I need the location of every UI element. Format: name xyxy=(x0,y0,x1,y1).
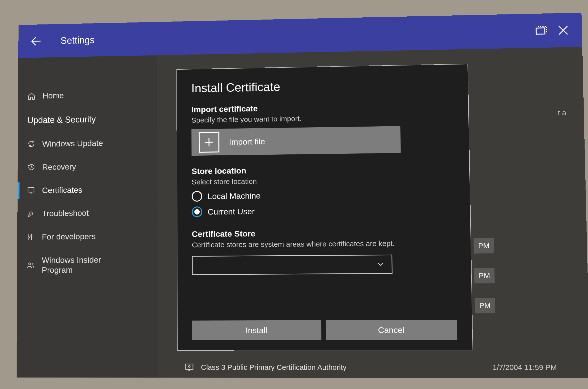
radio-label: Current User xyxy=(208,206,255,217)
close-icon xyxy=(556,23,570,37)
radio-icon xyxy=(192,191,202,202)
certificate-icon xyxy=(27,186,35,194)
plus-box xyxy=(199,132,220,153)
sidebar-item-label: Recovery xyxy=(42,162,76,172)
people-icon xyxy=(27,261,35,269)
background-timestamp-pm: PM xyxy=(474,238,494,254)
svg-point-5 xyxy=(188,366,190,367)
sidebar-item-for-developers[interactable]: For developers xyxy=(17,224,158,249)
window: Settings Home Update & Security Windows … xyxy=(17,13,588,386)
cert-row-name: Class 3 Public Primary Certification Aut… xyxy=(201,363,347,372)
import-section-subtitle: Specify the file you want to import. xyxy=(191,112,453,124)
sidebar-item-windows-update[interactable]: Windows Update xyxy=(18,131,157,156)
chevron-down-icon xyxy=(376,260,385,268)
home-icon xyxy=(28,92,36,100)
dialog-button-row: Install Cancel xyxy=(192,320,457,340)
cancel-button[interactable]: Cancel xyxy=(326,320,457,340)
window-mode-button[interactable] xyxy=(529,20,552,42)
radio-label: Local Machine xyxy=(207,191,260,201)
store-location-subtitle: Select store location xyxy=(192,175,455,186)
import-section-title: Import certificate xyxy=(191,101,453,114)
background-timestamp-pm: PM xyxy=(474,268,495,284)
sidebar-item-label: Windows Update xyxy=(42,138,103,149)
sidebar-item-windows-insider[interactable]: Windows Insider Program xyxy=(17,248,158,282)
svg-point-3 xyxy=(28,263,30,265)
window-title: Settings xyxy=(60,34,94,46)
sync-icon xyxy=(27,140,35,148)
install-button[interactable]: Install xyxy=(192,320,321,340)
install-certificate-dialog: Install Certificate Import certificate S… xyxy=(176,64,473,351)
radio-local-machine[interactable]: Local Machine xyxy=(192,188,455,202)
radio-icon xyxy=(192,206,202,217)
dialog-title: Install Certificate xyxy=(191,77,453,95)
cert-store-subtitle: Certificate stores are system areas wher… xyxy=(192,239,456,249)
background-text-fragment: t a xyxy=(558,108,566,117)
sidebar-item-home[interactable]: Home xyxy=(18,84,157,106)
sidebar-section-title: Update & Security xyxy=(18,104,157,133)
import-file-label: Import file xyxy=(229,137,265,147)
wrench-icon xyxy=(27,209,35,218)
back-button[interactable] xyxy=(25,30,47,52)
tools-icon xyxy=(27,233,35,241)
window-icon xyxy=(533,24,547,37)
cert-row-date: 1/7/2004 11:59 PM xyxy=(493,363,580,372)
sidebar-item-certificates[interactable]: Certificates xyxy=(18,177,158,202)
cert-store-dropdown[interactable] xyxy=(192,255,392,275)
main-panel: t a PM PM PM Install Certificate Import … xyxy=(157,47,588,378)
sidebar-item-recovery[interactable]: Recovery xyxy=(18,154,157,179)
radio-current-user[interactable]: Current User xyxy=(192,204,455,217)
arrow-left-icon xyxy=(29,34,42,48)
close-button[interactable] xyxy=(552,19,575,41)
sidebar: Home Update & Security Windows Update Re… xyxy=(17,55,158,378)
sidebar-item-label: Windows Insider Program xyxy=(42,255,118,275)
sidebar-item-label: Certificates xyxy=(42,185,82,195)
background-timestamp-pm: PM xyxy=(475,298,495,313)
store-location-title: Store location xyxy=(192,163,454,176)
cert-store-title: Certificate Store xyxy=(192,227,456,239)
sidebar-home-label: Home xyxy=(42,91,64,100)
content-area: Home Update & Security Windows Update Re… xyxy=(17,47,588,378)
plus-icon xyxy=(203,136,215,148)
history-icon xyxy=(27,163,35,171)
sidebar-item-troubleshoot[interactable]: Troubleshoot xyxy=(17,201,158,225)
svg-rect-4 xyxy=(186,364,193,369)
sidebar-item-label: Troubleshoot xyxy=(42,208,89,219)
certificate-icon xyxy=(185,362,194,372)
cert-list-row[interactable]: Class 3 Public Primary Certification Aut… xyxy=(185,362,580,372)
import-file-button[interactable]: Import file xyxy=(191,126,400,156)
svg-rect-0 xyxy=(536,28,545,34)
sidebar-item-label: For developers xyxy=(42,231,96,242)
svg-rect-2 xyxy=(28,188,34,192)
